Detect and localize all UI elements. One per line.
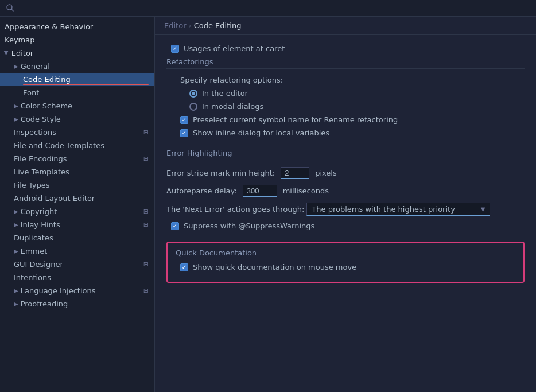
refactorings-section: Refactorings Specify refactoring options…: [166, 57, 525, 137]
sidebar-item-duplicates[interactable]: Duplicates: [0, 231, 154, 244]
sidebar-item-label: Android Layout Editor: [14, 194, 95, 203]
sidebar: Appearance & Behavior Keymap ▶ Editor ▶ …: [0, 17, 155, 392]
sidebar-item-file-code-templates[interactable]: File and Code Templates: [0, 139, 154, 152]
in-editor-radio[interactable]: [189, 90, 197, 98]
next-error-dropdown[interactable]: The problems with the highest priority ▼: [306, 203, 490, 216]
expand-arrow: ▶: [14, 222, 18, 228]
sidebar-item-intentions[interactable]: Intentions: [0, 271, 154, 284]
sidebar-item-font[interactable]: Font: [0, 86, 154, 99]
sidebar-item-code-editing[interactable]: Code Editing: [0, 73, 154, 86]
sidebar-item-label: Copyright: [21, 207, 57, 216]
badge-icon: ⊞: [143, 221, 149, 228]
show-quick-doc-checkbox[interactable]: [180, 263, 188, 271]
quick-doc-section: Quick Documentation Show quick documenta…: [166, 242, 525, 283]
sidebar-item-live-templates[interactable]: Live Templates: [0, 165, 154, 178]
expand-arrow: ▶: [14, 288, 18, 294]
usages-checkbox[interactable]: [171, 45, 179, 53]
sidebar-item-file-types[interactable]: File Types: [0, 178, 154, 192]
show-inline-checkbox[interactable]: [180, 129, 188, 137]
in-editor-label: In the editor: [202, 89, 248, 98]
usages-option-row: Usages of element at caret: [166, 44, 525, 53]
in-editor-row[interactable]: In the editor: [166, 89, 525, 98]
show-quick-doc-label: Show quick documentation on mouse move: [193, 263, 356, 271]
in-modal-row[interactable]: In modal dialogs: [166, 102, 525, 111]
breadcrumb: Editor › Code Editing: [155, 17, 536, 35]
sidebar-item-label: Intentions: [14, 273, 51, 282]
sidebar-item-code-style[interactable]: ▶ Code Style: [0, 112, 154, 126]
expand-arrow: ▶: [14, 103, 18, 109]
quick-doc-box: Quick Documentation Show quick documenta…: [166, 242, 525, 283]
expand-arrow: ▶: [14, 116, 18, 122]
show-inline-label: Show inline dialog for local variables: [193, 129, 329, 137]
suppress-row: Suppress with @SuppressWarnings: [166, 222, 525, 230]
suppress-label: Suppress with @SuppressWarnings: [184, 222, 314, 230]
badge-icon: ⊞: [143, 261, 149, 268]
sidebar-item-label: File and Code Templates: [14, 141, 104, 150]
stripe-input[interactable]: [281, 167, 309, 179]
error-highlighting-section: Error Highlighting Error stripe mark min…: [166, 149, 525, 230]
sidebar-item-label: GUI Designer: [14, 260, 63, 269]
stripe-unit: pixels: [315, 169, 337, 177]
sidebar-item-copyright[interactable]: ▶ Copyright ⊞: [0, 205, 154, 218]
sidebar-item-label: Color Scheme: [21, 102, 72, 110]
sidebar-item-proofreading[interactable]: ▶ Proofreading: [0, 297, 154, 311]
sidebar-item-label: Code Style: [21, 115, 61, 123]
sidebar-item-label: Language Injections: [21, 286, 96, 295]
breadcrumb-separator: ›: [188, 21, 191, 30]
top-bar: [0, 0, 536, 17]
sidebar-item-general[interactable]: ▶ General: [0, 60, 154, 73]
suppress-checkbox[interactable]: [171, 222, 179, 230]
stripe-label: Error stripe mark min height:: [166, 169, 275, 177]
autoreparse-label: Autoreparse delay:: [166, 187, 237, 195]
sidebar-item-editor[interactable]: ▶ Editor: [0, 46, 154, 60]
sidebar-item-label: General: [21, 62, 50, 71]
sidebar-item-language-injections[interactable]: ▶ Language Injections ⊞: [0, 284, 154, 297]
in-modal-radio[interactable]: [189, 103, 197, 111]
sidebar-item-label: Duplicates: [14, 234, 53, 242]
preselect-checkbox[interactable]: [180, 116, 188, 124]
show-inline-row: Show inline dialog for local variables: [166, 129, 525, 137]
expand-arrow: ▶: [14, 208, 18, 215]
sidebar-item-label: Inspections: [14, 128, 56, 137]
red-underline-decoration: [23, 84, 149, 85]
expand-arrow: ▶: [14, 63, 18, 69]
sidebar-item-label: Emmet: [21, 247, 48, 255]
next-error-label: The 'Next Error' action goes through:: [166, 205, 304, 214]
sidebar-item-gui-designer[interactable]: GUI Designer ⊞: [0, 258, 154, 271]
content-panel: Editor › Code Editing Usages of element …: [155, 17, 536, 392]
autoreparse-row: Autoreparse delay: milliseconds: [166, 185, 525, 197]
usages-label: Usages of element at caret: [184, 44, 285, 53]
sidebar-item-inlay-hints[interactable]: ▶ Inlay Hints ⊞: [0, 218, 154, 231]
sidebar-item-label: Font: [23, 88, 39, 97]
sidebar-item-label: Code Editing: [23, 75, 71, 84]
dropdown-arrow-icon: ▼: [481, 206, 485, 212]
sidebar-item-label: File Types: [14, 181, 50, 189]
sidebar-item-inspections[interactable]: Inspections ⊞: [0, 126, 154, 139]
badge-icon: ⊞: [143, 155, 149, 162]
specify-row: Specify refactoring options:: [166, 76, 525, 84]
in-modal-label: In modal dialogs: [202, 102, 263, 111]
refactorings-title: Refactorings: [166, 57, 525, 69]
sidebar-item-label: Keymap: [5, 36, 34, 44]
specify-label: Specify refactoring options:: [180, 76, 283, 84]
sidebar-item-file-encodings[interactable]: File Encodings ⊞: [0, 152, 154, 165]
content-body: Usages of element at caret Refactorings …: [155, 35, 536, 304]
expand-arrow: ▶: [14, 248, 18, 254]
autoreparse-input[interactable]: [243, 185, 277, 197]
sidebar-item-label: File Encodings: [14, 154, 67, 163]
stripe-row: Error stripe mark min height: pixels: [166, 167, 525, 179]
quick-doc-title: Quick Documentation: [176, 249, 515, 257]
sidebar-item-color-scheme[interactable]: ▶ Color Scheme: [0, 99, 154, 112]
expand-arrow: ▶: [14, 301, 18, 307]
search-icon[interactable]: [6, 3, 15, 13]
show-quick-doc-row: Show quick documentation on mouse move: [176, 263, 515, 271]
breadcrumb-current: Code Editing: [194, 21, 242, 30]
autoreparse-unit: milliseconds: [283, 187, 329, 195]
breadcrumb-parent: Editor: [164, 21, 186, 30]
badge-icon: ⊞: [143, 208, 149, 215]
sidebar-item-emmet[interactable]: ▶ Emmet: [0, 244, 154, 258]
sidebar-item-android-layout[interactable]: Android Layout Editor: [0, 192, 154, 205]
sidebar-item-appearance[interactable]: Appearance & Behavior: [0, 20, 154, 33]
sidebar-item-keymap[interactable]: Keymap: [0, 33, 154, 46]
preselect-label: Preselect current symbol name for Rename…: [193, 115, 398, 124]
